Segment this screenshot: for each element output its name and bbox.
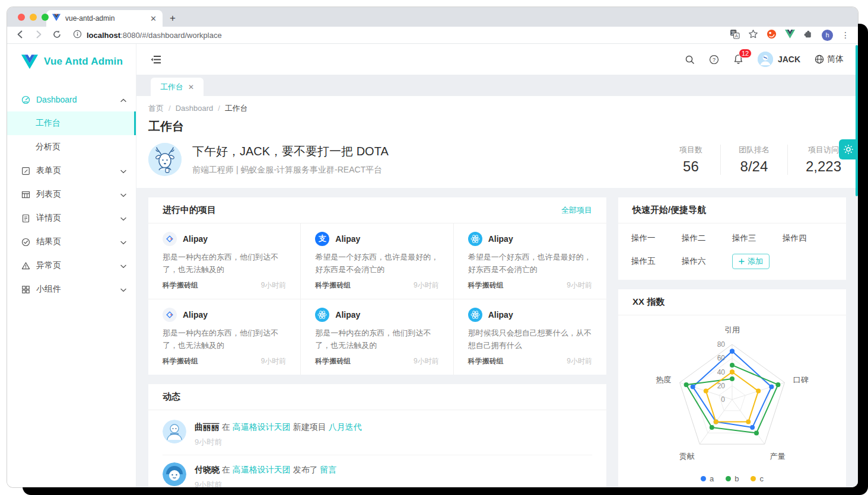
vue-favicon-icon	[52, 13, 61, 24]
browser-menu-icon[interactable]: ⋮	[841, 30, 850, 40]
all-projects-link[interactable]: 全部项目	[561, 205, 592, 216]
project-card[interactable]: Alipay 那是一种内在的东西，他们到达不了，也无法触及的 科学搬砖组9小时前	[148, 299, 301, 375]
greeting-subtitle: 前端工程师 | 蚂蚁金服-计算服务事业群-REACT平台	[192, 165, 389, 175]
breadcrumb-current: 工作台	[225, 104, 248, 113]
chevron-down-icon	[120, 166, 126, 175]
activities-card: 动态 曲丽丽	[148, 384, 606, 487]
legend-item-b[interactable]: b	[726, 474, 739, 483]
browser-tab[interactable]: vue-antd-admin ✕	[46, 10, 163, 27]
menu-fold-icon[interactable]	[151, 55, 161, 64]
quicknav-link-4[interactable]: 操作四	[783, 233, 833, 244]
search-icon[interactable]	[685, 55, 695, 65]
minimize-window-button[interactable]	[30, 14, 37, 21]
site-info-icon[interactable]	[73, 30, 82, 40]
browser-tabbar: vue-antd-admin ✕ +	[7, 7, 858, 27]
stat-projects: 项目数 56	[662, 145, 720, 175]
sidebar-item-exception[interactable]: 异常页	[7, 254, 136, 277]
project-group-link[interactable]: 科学搬砖组	[163, 280, 198, 290]
svg-text:60: 60	[717, 354, 726, 362]
settings-fab[interactable]	[839, 139, 858, 159]
close-window-button[interactable]	[18, 14, 25, 21]
help-icon[interactable]: ?	[709, 55, 719, 65]
breadcrumb-section[interactable]: Dashboard	[176, 104, 214, 113]
activity-team-link[interactable]: 高逼格设计天团	[233, 422, 291, 432]
activity-target-link[interactable]: 八月迭代	[329, 422, 362, 432]
address-field[interactable]: localhost:8080/#/dashboard/workplace	[73, 30, 222, 40]
activity-text: 曲丽丽 在 高逼格设计天团 新建项目 八月迭代	[195, 420, 362, 433]
back-icon[interactable]	[15, 30, 25, 40]
project-card[interactable]: 支Alipay 希望是一个好东西，也许是最好的，好东西是不会消亡的 科学搬砖组9…	[301, 223, 453, 299]
sidebar-item-widgets[interactable]: 小组件	[7, 277, 136, 301]
dashboard-icon	[21, 95, 30, 104]
extensions-puzzle-icon[interactable]	[803, 29, 813, 41]
page-tab-workplace[interactable]: 工作台 ✕	[151, 78, 204, 96]
project-name: Alipay	[488, 234, 513, 244]
screenshot-stage: vue-antd-admin ✕ + localhost:8080/#/dash…	[0, 0, 868, 495]
project-time: 9小时前	[567, 356, 592, 366]
translate-icon[interactable]: 文A	[730, 29, 740, 41]
left-column: 进行中的项目 全部项目 Alipay 那是一种内在的东西，他们到达不了，也无法触…	[148, 197, 606, 487]
stat-visits: 项目访问 2,223	[787, 145, 846, 175]
tab-close-icon[interactable]: ✕	[150, 14, 157, 23]
reload-icon[interactable]	[52, 30, 62, 40]
new-tab-button[interactable]: +	[170, 13, 176, 23]
quicknav-link-6[interactable]: 操作六	[682, 256, 732, 267]
browser-window: vue-antd-admin ✕ + localhost:8080/#/dash…	[7, 7, 858, 487]
maximize-window-button[interactable]	[42, 14, 49, 21]
sidebar-item-analysis[interactable]: 分析页	[7, 135, 136, 159]
vue-logo-icon	[21, 55, 38, 69]
vue-devtools-icon[interactable]	[785, 30, 795, 41]
svg-text:热度: 热度	[656, 375, 671, 384]
sidebar-item-workplace[interactable]: 工作台	[7, 111, 136, 135]
chevron-down-icon	[120, 190, 126, 199]
quicknav-card-head: 快速开始/便捷导航	[618, 197, 846, 223]
projects-card: 进行中的项目 全部项目 Alipay 那是一种内在的东西，他们到达不了，也无法触…	[148, 197, 606, 375]
bookmark-star-icon[interactable]	[748, 29, 758, 41]
stats-row: 项目数 56 团队排名 8/24 项目访问 2,223	[662, 145, 846, 175]
sidebar-item-dashboard[interactable]: Dashboard	[7, 88, 136, 111]
quicknav-link-1[interactable]: 操作一	[631, 233, 682, 244]
quicknav-link-3[interactable]: 操作三	[732, 233, 783, 244]
quicknav-link-2[interactable]: 操作二	[682, 233, 732, 244]
stat-team-rank: 团队排名 8/24	[720, 145, 787, 175]
project-group-link[interactable]: 科学搬砖组	[163, 356, 198, 366]
project-card[interactable]: Alipay 希望是一个好东西，也许是最好的，好东西是不会消亡的 科学搬砖组9小…	[454, 223, 606, 299]
stat-value: 2,223	[806, 158, 841, 175]
app-logo[interactable]: Vue Antd Admin	[7, 44, 136, 79]
project-card[interactable]: Alipay 那是一种内在的东西，他们到达不了，也无法触及的 科学搬砖组9小时前	[301, 299, 453, 375]
quicknav-link-5[interactable]: 操作五	[631, 256, 682, 267]
project-name: Alipay	[335, 310, 360, 320]
page-scrollbar[interactable]	[856, 45, 858, 196]
project-card[interactable]: Alipay 那是一种内在的东西，他们到达不了，也无法触及的 科学搬砖组9小时前	[148, 223, 301, 299]
activity-team-link[interactable]: 高逼格设计天团	[233, 465, 291, 474]
svg-text:0: 0	[721, 395, 725, 404]
projects-grid: Alipay 那是一种内在的东西，他们到达不了，也无法触及的 科学搬砖组9小时前…	[148, 223, 606, 375]
activity-user[interactable]: 付晓晓	[195, 465, 220, 474]
notification-bell[interactable]: 12	[733, 54, 743, 65]
user-menu[interactable]: JACK	[758, 52, 800, 67]
legend-item-a[interactable]: a	[701, 474, 714, 483]
browser-profile-avatar[interactable]: h	[822, 30, 833, 41]
page-tab-close-icon[interactable]: ✕	[188, 83, 194, 91]
legend-item-c[interactable]: c	[751, 474, 764, 483]
sidebar-item-form[interactable]: 表单页	[7, 159, 136, 183]
extension-orange-icon[interactable]	[767, 29, 777, 41]
language-switcher[interactable]: 简体	[815, 54, 844, 65]
sidebar-item-detail[interactable]: 详情页	[7, 206, 136, 230]
sidebar-item-result[interactable]: 结果页	[7, 230, 136, 254]
project-group-link[interactable]: 科学搬砖组	[468, 280, 504, 290]
activity-user[interactable]: 曲丽丽	[195, 422, 220, 432]
quicknav-title: 快速开始/便捷导航	[632, 205, 706, 216]
project-group-link[interactable]: 科学搬砖组	[468, 356, 504, 366]
project-group-link[interactable]: 科学搬砖组	[315, 280, 351, 290]
project-desc: 希望是一个好东西，也许是最好的，好东西是不会消亡的	[315, 251, 438, 276]
breadcrumb-home[interactable]: 首页	[148, 104, 164, 113]
forward-icon[interactable]	[34, 30, 43, 40]
project-group-link[interactable]: 科学搬砖组	[315, 356, 351, 366]
add-button[interactable]: 添加	[732, 254, 770, 269]
project-card[interactable]: Alipay 那时候我只会想自己想要什么，从不想自己拥有什么 科学搬砖组9小时前	[454, 299, 606, 375]
chevron-down-icon	[120, 213, 126, 223]
sidebar-item-list[interactable]: 列表页	[7, 183, 136, 206]
activity-target-link[interactable]: 留言	[320, 465, 337, 474]
avatar	[163, 462, 186, 486]
